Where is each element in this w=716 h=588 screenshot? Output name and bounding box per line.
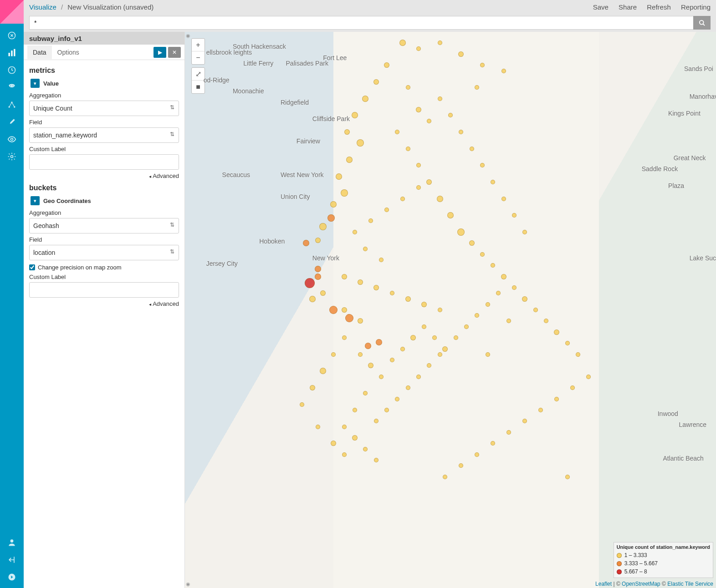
geo-data-point[interactable] (422, 324, 426, 329)
geo-data-point[interactable] (522, 296, 527, 302)
geo-data-point[interactable] (363, 447, 368, 451)
map-visualization[interactable]: ◉ + − ⤢ ■ Little FerrySouth Hackensackel… (185, 32, 716, 588)
metric-aggregation-select[interactable]: Unique Count (29, 101, 179, 116)
geo-data-point[interactable] (315, 238, 321, 243)
geo-data-point[interactable] (443, 475, 447, 479)
bucket-field-select[interactable]: location (29, 245, 179, 260)
geo-data-point[interactable] (438, 308, 442, 312)
kibana-logo[interactable] (0, 0, 24, 24)
geo-data-point[interactable] (554, 397, 559, 401)
collapse-icon[interactable] (6, 572, 17, 583)
zoom-out-button[interactable]: − (192, 51, 205, 64)
geo-data-point[interactable] (373, 79, 379, 85)
precision-checkbox[interactable] (29, 264, 35, 270)
user-icon[interactable] (6, 537, 17, 548)
osm-link[interactable]: OpenStreetMap (622, 581, 660, 587)
geo-data-point[interactable] (358, 352, 363, 357)
geo-data-point[interactable] (342, 452, 347, 457)
geo-data-point[interactable] (501, 274, 506, 279)
timelion-icon[interactable] (6, 82, 17, 93)
geo-data-point[interactable] (533, 308, 538, 312)
action-share[interactable]: Share (619, 3, 637, 11)
fit-bounds-button[interactable]: ⤢ (192, 68, 205, 81)
geo-data-point[interactable] (565, 341, 570, 345)
geo-data-point[interactable] (406, 385, 410, 390)
geo-data-point[interactable] (400, 347, 405, 351)
geo-data-point[interactable] (310, 385, 315, 390)
bucket-aggregation-select[interactable]: Geohash (29, 218, 179, 233)
breadcrumb-root[interactable]: Visualize (29, 3, 56, 11)
legend-row[interactable]: 1 – 3.333 (617, 551, 710, 559)
geo-data-point[interactable] (344, 129, 350, 135)
bucket-customlabel-input[interactable] (29, 282, 179, 298)
geo-data-point[interactable] (512, 285, 517, 290)
tab-options[interactable]: Options (52, 46, 85, 59)
geo-data-point[interactable] (353, 230, 357, 234)
geo-data-point[interactable] (438, 96, 442, 101)
geo-data-point[interactable] (565, 475, 570, 479)
bucket-toggle[interactable]: ▾ (31, 196, 40, 205)
geo-data-point[interactable] (416, 107, 421, 112)
geo-data-point[interactable] (309, 296, 316, 302)
geo-data-point[interactable] (406, 85, 410, 90)
geo-data-point[interactable] (400, 197, 405, 201)
geo-data-point[interactable] (342, 425, 347, 429)
geo-data-point[interactable] (416, 375, 421, 379)
geo-data-point[interactable] (316, 425, 320, 429)
geo-data-point[interactable] (327, 214, 335, 222)
apply-button[interactable]: ▶ (153, 47, 166, 58)
tab-data[interactable]: Data (27, 46, 52, 59)
draw-rectangle-button[interactable]: ■ (192, 81, 205, 93)
legend-row[interactable]: 3.333 – 5.667 (617, 559, 710, 568)
management-icon[interactable] (6, 151, 17, 162)
geo-data-point[interactable] (486, 302, 490, 307)
search-button[interactable] (693, 16, 711, 30)
geo-data-point[interactable] (390, 358, 394, 362)
graph-icon[interactable] (6, 99, 17, 110)
visualize-icon[interactable] (6, 47, 17, 58)
query-input[interactable] (29, 16, 693, 30)
geo-data-point[interactable] (342, 335, 347, 340)
geo-data-point[interactable] (421, 302, 427, 307)
geo-data-point[interactable] (416, 46, 421, 51)
action-save[interactable]: Save (593, 3, 609, 11)
geo-data-point[interactable] (384, 408, 389, 412)
geo-data-point[interactable] (501, 69, 506, 73)
geo-data-point[interactable] (554, 329, 559, 335)
geo-data-point[interactable] (376, 339, 382, 345)
leaflet-link[interactable]: Leaflet (595, 581, 612, 587)
monitoring-icon[interactable] (6, 134, 17, 145)
geo-data-point[interactable] (315, 266, 321, 272)
logout-icon[interactable] (6, 554, 17, 565)
devtools-icon[interactable] (6, 117, 17, 127)
action-reporting[interactable]: Reporting (681, 3, 711, 11)
collapse-sidebar-icon[interactable]: ◉ (186, 33, 190, 39)
discard-button[interactable]: ✕ (168, 47, 181, 58)
geo-data-point[interactable] (469, 240, 475, 246)
geo-data-point[interactable] (406, 147, 410, 151)
geo-data-point[interactable] (442, 346, 448, 352)
geo-data-point[interactable] (342, 307, 347, 313)
geo-data-point[interactable] (501, 197, 506, 201)
action-refresh[interactable]: Refresh (647, 3, 671, 11)
geo-data-point[interactable] (480, 252, 485, 257)
geo-data-point[interactable] (405, 296, 411, 302)
geo-data-point[interactable] (437, 196, 443, 202)
geo-data-point[interactable] (336, 173, 342, 180)
geo-data-point[interactable] (470, 147, 474, 151)
ets-link[interactable]: Elastic Tile Service (667, 581, 713, 587)
geo-data-point[interactable] (358, 279, 363, 285)
geo-data-point[interactable] (374, 458, 378, 462)
geo-data-point[interactable] (300, 402, 304, 407)
dashboard-icon[interactable] (6, 65, 17, 76)
geo-data-point[interactable] (395, 397, 399, 401)
geo-data-point[interactable] (486, 352, 490, 357)
legend-row[interactable]: 5.667 – 8 (617, 568, 710, 576)
geo-data-point[interactable] (475, 452, 479, 457)
discover-icon[interactable] (6, 30, 17, 41)
bucket-advanced-toggle[interactable]: Advanced (29, 300, 179, 307)
metric-toggle[interactable]: ▾ (31, 79, 40, 88)
zoom-in-button[interactable]: + (192, 39, 205, 51)
collapse-bottom-icon[interactable]: ◉ (186, 581, 190, 587)
geo-data-point[interactable] (319, 223, 327, 230)
